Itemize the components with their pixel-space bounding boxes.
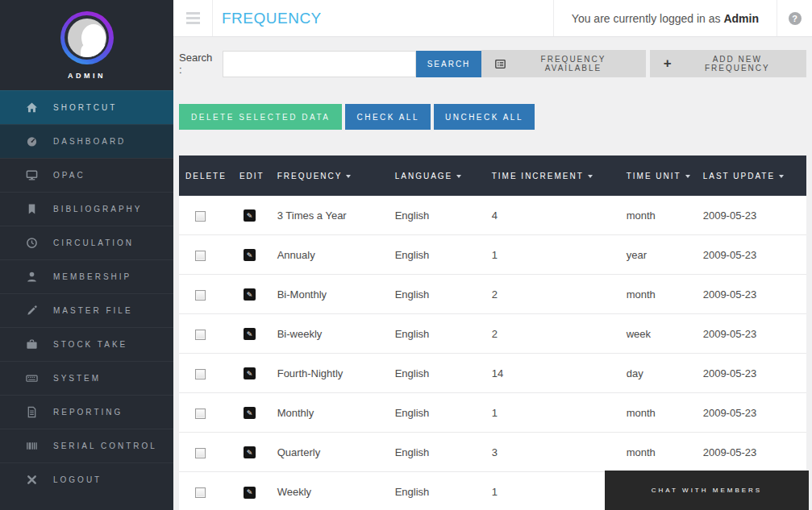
column-header-last-update[interactable]: LAST UPDATE bbox=[697, 155, 806, 196]
sidebar-menu: SHORTCUTDASHBOARDOPACBIBLIOGRAPHYCIRCULA… bbox=[0, 90, 173, 496]
sidebar-item-label: BIBLIOGRAPHY bbox=[53, 205, 142, 214]
cell-time-increment: 2 bbox=[485, 314, 620, 354]
check-all-button[interactable]: CHECK ALL bbox=[345, 104, 431, 130]
cell-last-update: 2009-05-23 bbox=[697, 196, 806, 235]
sidebar-item-dashboard[interactable]: DASHBOARD bbox=[0, 124, 173, 158]
row-checkbox[interactable] bbox=[195, 251, 206, 261]
column-header-edit: EDIT bbox=[233, 155, 271, 196]
cell-time-unit: month bbox=[620, 196, 697, 235]
edit-pencil-icon[interactable] bbox=[244, 367, 256, 379]
sidebar-item-membership[interactable]: MEMBERSHIP bbox=[0, 259, 173, 293]
column-header-delete: DELETE bbox=[179, 155, 233, 196]
sidebar-item-system[interactable]: SYSTEM bbox=[0, 361, 173, 395]
row-checkbox[interactable] bbox=[195, 448, 206, 458]
column-header-time-increment[interactable]: TIME INCREMENT bbox=[485, 155, 620, 196]
main-content: Search : SEARCH FREQUENCY AVAILABLE ADD … bbox=[173, 37, 812, 510]
sort-caret-icon bbox=[685, 175, 690, 178]
row-checkbox[interactable] bbox=[195, 408, 206, 419]
frequency-available-button[interactable]: FREQUENCY AVAILABLE bbox=[481, 50, 645, 77]
search-button[interactable]: SEARCH bbox=[416, 51, 482, 77]
search-label: Search : bbox=[179, 52, 216, 76]
row-checkbox[interactable] bbox=[195, 487, 206, 498]
sort-caret-icon bbox=[588, 175, 593, 178]
user-silhouette-icon bbox=[68, 19, 106, 57]
edit-pencil-icon[interactable] bbox=[244, 446, 256, 458]
column-header-time-unit[interactable]: TIME UNIT bbox=[620, 155, 697, 196]
sidebar-item-label: LOGOUT bbox=[53, 475, 102, 484]
edit-pencil-icon[interactable] bbox=[244, 487, 256, 499]
sidebar-item-label: REPORTING bbox=[53, 408, 123, 417]
avatar bbox=[60, 11, 114, 64]
edit-pencil-icon[interactable] bbox=[244, 249, 256, 261]
sidebar-item-label: SERIAL CONTROL bbox=[53, 442, 157, 450]
cell-frequency: Weekly bbox=[271, 472, 389, 510]
logged-in-prefix: You are currently logged in as bbox=[572, 12, 724, 25]
cell-language: English bbox=[389, 314, 485, 354]
sidebar-item-label: STOCK TAKE bbox=[53, 340, 127, 349]
document-icon bbox=[25, 406, 38, 419]
keyboard-icon bbox=[25, 372, 38, 385]
sidebar: ADMIN SHORTCUTDASHBOARDOPACBIBLIOGRAPHYC… bbox=[0, 0, 173, 510]
sidebar-item-label: CIRCULATION bbox=[53, 238, 134, 247]
edit-pencil-icon[interactable] bbox=[244, 328, 256, 340]
sidebar-item-logout[interactable]: LOGOUT bbox=[0, 462, 173, 496]
sidebar-item-label: OPAC bbox=[53, 171, 85, 180]
list-icon bbox=[495, 59, 506, 69]
dashboard-icon bbox=[25, 135, 38, 148]
cell-last-update: 2009-05-23 bbox=[697, 433, 806, 472]
delete-selected-button[interactable]: DELETE SELECTED DATA bbox=[179, 104, 342, 130]
logged-in-status: You are currently logged in as Admin bbox=[553, 0, 777, 36]
cell-time-increment: 14 bbox=[485, 354, 620, 393]
bulk-actions: DELETE SELECTED DATA CHECK ALL UNCHECK A… bbox=[179, 104, 806, 130]
sidebar-item-shortcut[interactable]: SHORTCUT bbox=[0, 90, 173, 124]
column-header-frequency[interactable]: FREQUENCY bbox=[271, 155, 389, 196]
cell-time-increment: 2 bbox=[485, 275, 620, 314]
user-icon bbox=[25, 271, 38, 284]
sidebar-item-bibliography[interactable]: BIBLIOGRAPHY bbox=[0, 192, 173, 226]
cell-last-update: 2009-05-23 bbox=[697, 354, 806, 393]
frequency-table: DELETEEDITFREQUENCYLANGUAGETIME INCREMEN… bbox=[179, 155, 806, 510]
chat-label: CHAT WITH MEMBERS bbox=[652, 487, 762, 494]
sidebar-item-circulation[interactable]: CIRCULATION bbox=[0, 226, 173, 259]
row-checkbox[interactable] bbox=[195, 211, 206, 222]
cell-language: English bbox=[389, 235, 485, 275]
monitor-icon bbox=[25, 169, 38, 182]
row-checkbox[interactable] bbox=[195, 290, 206, 301]
row-checkbox[interactable] bbox=[195, 330, 206, 340]
sidebar-item-label: DASHBOARD bbox=[53, 137, 126, 146]
cell-language: English bbox=[389, 393, 485, 433]
sidebar-item-opac[interactable]: OPAC bbox=[0, 158, 173, 192]
bookmark-icon bbox=[25, 203, 38, 216]
table-row: QuarterlyEnglish3month2009-05-23 bbox=[179, 433, 806, 472]
cell-frequency: Bi-weekly bbox=[271, 314, 389, 354]
help-button[interactable] bbox=[777, 0, 812, 36]
cell-time-unit: year bbox=[620, 235, 697, 275]
sidebar-item-reporting[interactable]: REPORTING bbox=[0, 395, 173, 429]
sidebar-item-label: SHORTCUT bbox=[53, 103, 117, 112]
uncheck-all-button[interactable]: UNCHECK ALL bbox=[434, 104, 535, 130]
column-header-language[interactable]: LANGUAGE bbox=[389, 155, 485, 196]
sidebar-item-stock-take[interactable]: STOCK TAKE bbox=[0, 327, 173, 361]
admin-label: ADMIN bbox=[68, 72, 106, 80]
plus-icon bbox=[664, 56, 673, 72]
add-new-frequency-button[interactable]: ADD NEW FREQUENCY bbox=[650, 50, 806, 77]
sidebar-item-serial-control[interactable]: SERIAL CONTROL bbox=[0, 429, 173, 462]
table-row: Bi-weeklyEnglish2week2009-05-23 bbox=[179, 314, 806, 354]
sort-caret-icon bbox=[456, 175, 461, 178]
hamburger-menu-icon[interactable] bbox=[173, 0, 213, 36]
briefcase-icon bbox=[25, 338, 38, 351]
row-checkbox[interactable] bbox=[195, 369, 206, 379]
edit-pencil-icon[interactable] bbox=[244, 288, 256, 301]
cell-time-unit: week bbox=[620, 314, 697, 354]
cell-time-increment: 1 bbox=[485, 393, 620, 433]
edit-pencil-icon[interactable] bbox=[244, 407, 256, 419]
sidebar-item-master-file[interactable]: MASTER FILE bbox=[0, 293, 173, 327]
chat-with-members-button[interactable]: CHAT WITH MEMBERS bbox=[605, 471, 809, 510]
cell-frequency: 3 Times a Year bbox=[271, 196, 389, 235]
cell-time-increment: 4 bbox=[485, 196, 620, 235]
cell-time-unit: month bbox=[620, 275, 697, 314]
close-icon bbox=[25, 474, 38, 487]
logged-in-username: Admin bbox=[723, 12, 759, 25]
search-input[interactable] bbox=[223, 51, 415, 77]
edit-pencil-icon[interactable] bbox=[244, 209, 256, 222]
